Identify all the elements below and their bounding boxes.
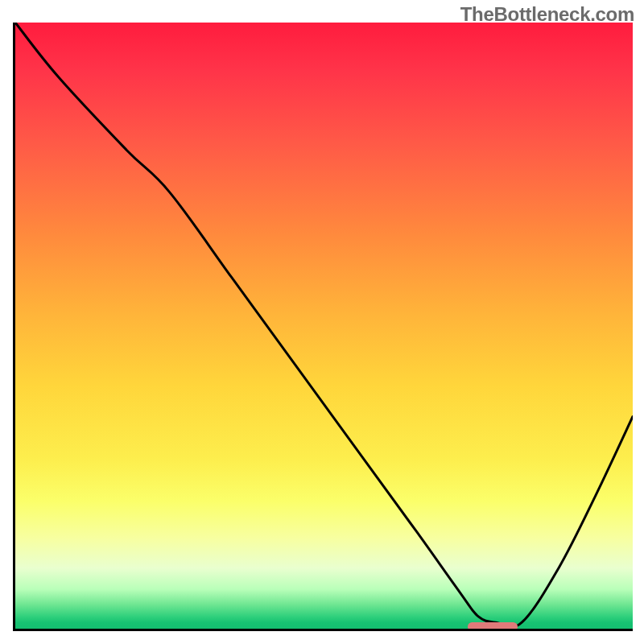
watermark-text: TheBottleneck.com	[460, 3, 634, 26]
curve-path	[15, 23, 633, 627]
optimal-marker	[468, 622, 518, 631]
bottleneck-curve	[15, 23, 633, 629]
chart-container: TheBottleneck.com	[0, 0, 644, 644]
plot-area	[13, 23, 633, 631]
